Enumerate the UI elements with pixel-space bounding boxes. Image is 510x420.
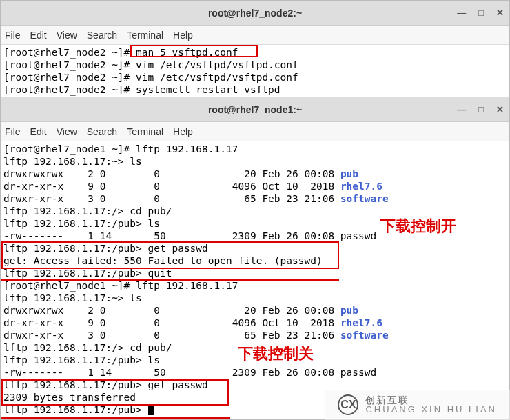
menu-view[interactable]: View — [57, 30, 77, 41]
menu-view[interactable]: View — [57, 126, 77, 137]
minimize-icon[interactable]: — — [457, 8, 466, 18]
menubar-node1: File Edit View Search Terminal Help — [1, 122, 509, 141]
watermark: CX 创新互联 CHUANG XIN HU LIAN — [325, 390, 510, 420]
maximize-icon[interactable]: □ — [478, 8, 484, 18]
menu-search[interactable]: Search — [87, 30, 117, 41]
menu-terminal[interactable]: Terminal — [127, 30, 163, 41]
minimize-icon[interactable]: — — [457, 104, 466, 114]
maximize-icon[interactable]: □ — [478, 104, 484, 114]
window-title: root@rhel7_node2:~ — [208, 8, 302, 19]
menu-file[interactable]: File — [5, 30, 21, 41]
watermark-logo-icon: CX — [338, 394, 358, 415]
menu-edit[interactable]: Edit — [30, 30, 47, 41]
terminal-output-node1[interactable]: [root@rhel7_node1 ~]# lftp 192.168.1.17l… — [1, 141, 509, 417]
terminal-output-node2[interactable]: [root@rhel7_node2 ~]# man 5 vsftpd.conf[… — [1, 45, 509, 97]
close-icon[interactable]: ✕ — [496, 8, 504, 18]
menu-file[interactable]: File — [5, 126, 21, 137]
menu-help[interactable]: Help — [173, 30, 193, 41]
terminal-window-node2: root@rhel7_node2:~ — □ ✕ File Edit View … — [0, 0, 510, 100]
titlebar-node1[interactable]: root@rhel7_node1:~ — □ ✕ — [1, 97, 509, 122]
window-title: root@rhel7_node1:~ — [208, 104, 302, 115]
terminal-window-node1: root@rhel7_node1:~ — □ ✕ File Edit View … — [0, 97, 510, 420]
menu-help[interactable]: Help — [173, 126, 193, 137]
menu-search[interactable]: Search — [87, 126, 117, 137]
watermark-en: CHUANG XIN HU LIAN — [365, 405, 497, 414]
menubar-node2: File Edit View Search Terminal Help — [1, 26, 509, 45]
menu-edit[interactable]: Edit — [30, 126, 47, 137]
menu-terminal[interactable]: Terminal — [127, 126, 163, 137]
titlebar-node2[interactable]: root@rhel7_node2:~ — □ ✕ — [1, 1, 509, 26]
close-icon[interactable]: ✕ — [496, 104, 504, 114]
